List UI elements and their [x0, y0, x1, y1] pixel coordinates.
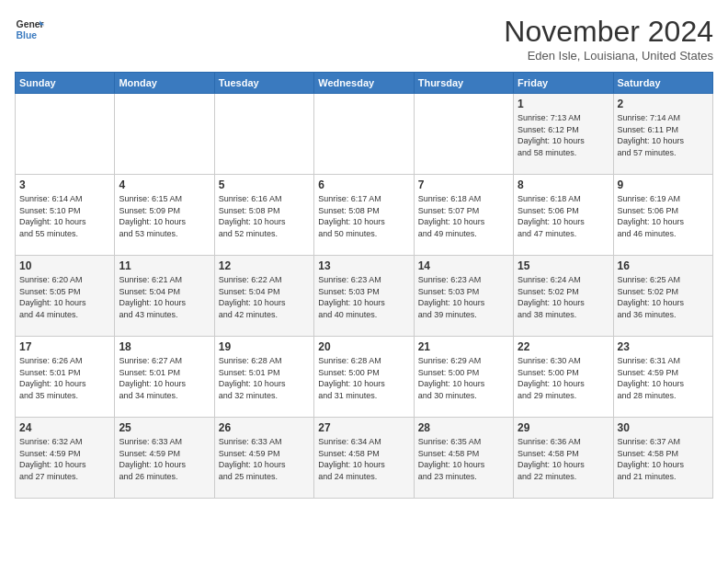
calendar-week-row: 17Sunrise: 6:26 AM Sunset: 5:01 PM Dayli… — [16, 337, 713, 418]
day-info: Sunrise: 6:23 AM Sunset: 5:03 PM Dayligh… — [318, 274, 409, 320]
logo-icon: General Blue — [15, 15, 44, 44]
day-info: Sunrise: 6:36 AM Sunset: 4:58 PM Dayligh… — [518, 436, 609, 482]
day-number: 29 — [518, 421, 609, 434]
day-info: Sunrise: 6:18 AM Sunset: 5:07 PM Dayligh… — [418, 193, 509, 239]
day-info: Sunrise: 6:15 AM Sunset: 5:09 PM Dayligh… — [119, 193, 210, 239]
calendar-cell: 13Sunrise: 6:23 AM Sunset: 5:03 PM Dayli… — [314, 256, 414, 337]
month-title: November 2024 — [504, 15, 713, 49]
calendar-cell: 30Sunrise: 6:37 AM Sunset: 4:58 PM Dayli… — [613, 418, 712, 499]
day-number: 23 — [618, 340, 709, 353]
day-info: Sunrise: 6:14 AM Sunset: 5:10 PM Dayligh… — [19, 193, 110, 239]
weekday-header: Friday — [514, 73, 613, 94]
calendar-week-row: 10Sunrise: 6:20 AM Sunset: 5:05 PM Dayli… — [16, 256, 713, 337]
day-info: Sunrise: 6:26 AM Sunset: 5:01 PM Dayligh… — [19, 355, 110, 401]
weekday-header: Thursday — [414, 73, 513, 94]
weekday-header: Tuesday — [214, 73, 313, 94]
calendar-cell: 17Sunrise: 6:26 AM Sunset: 5:01 PM Dayli… — [16, 337, 115, 418]
day-info: Sunrise: 6:23 AM Sunset: 5:03 PM Dayligh… — [418, 274, 509, 320]
title-area: November 2024 Eden Isle, Louisiana, Unit… — [504, 15, 713, 63]
day-number: 25 — [119, 421, 210, 434]
calendar-cell: 14Sunrise: 6:23 AM Sunset: 5:03 PM Dayli… — [414, 256, 513, 337]
day-number: 14 — [418, 259, 509, 272]
day-number: 13 — [318, 259, 409, 272]
day-number: 30 — [618, 421, 709, 434]
calendar-cell: 19Sunrise: 6:28 AM Sunset: 5:01 PM Dayli… — [214, 337, 313, 418]
day-info: Sunrise: 6:28 AM Sunset: 5:01 PM Dayligh… — [219, 355, 310, 401]
day-info: Sunrise: 6:33 AM Sunset: 4:59 PM Dayligh… — [119, 436, 210, 482]
day-info: Sunrise: 6:19 AM Sunset: 5:06 PM Dayligh… — [618, 193, 709, 239]
weekday-header: Monday — [115, 73, 214, 94]
calendar-cell: 21Sunrise: 6:29 AM Sunset: 5:00 PM Dayli… — [414, 337, 513, 418]
day-number: 10 — [19, 259, 110, 272]
day-number: 20 — [318, 340, 409, 353]
day-info: Sunrise: 7:13 AM Sunset: 6:12 PM Dayligh… — [518, 112, 609, 158]
day-number: 18 — [119, 340, 210, 353]
logo: General Blue — [15, 15, 44, 44]
day-number: 12 — [219, 259, 310, 272]
calendar-cell: 7Sunrise: 6:18 AM Sunset: 5:07 PM Daylig… — [414, 175, 513, 256]
calendar-cell: 6Sunrise: 6:17 AM Sunset: 5:08 PM Daylig… — [314, 175, 414, 256]
weekday-header: Saturday — [613, 73, 712, 94]
svg-text:Blue: Blue — [17, 30, 38, 40]
day-info: Sunrise: 6:33 AM Sunset: 4:59 PM Dayligh… — [219, 436, 310, 482]
day-info: Sunrise: 6:24 AM Sunset: 5:02 PM Dayligh… — [518, 274, 609, 320]
calendar-cell: 10Sunrise: 6:20 AM Sunset: 5:05 PM Dayli… — [16, 256, 115, 337]
calendar-body: 1Sunrise: 7:13 AM Sunset: 6:12 PM Daylig… — [16, 94, 713, 499]
day-info: Sunrise: 6:27 AM Sunset: 5:01 PM Dayligh… — [119, 355, 210, 401]
day-info: Sunrise: 6:34 AM Sunset: 4:58 PM Dayligh… — [318, 436, 409, 482]
day-number: 22 — [518, 340, 609, 353]
day-number: 6 — [318, 178, 409, 191]
calendar-cell: 29Sunrise: 6:36 AM Sunset: 4:58 PM Dayli… — [514, 418, 613, 499]
day-info: Sunrise: 6:21 AM Sunset: 5:04 PM Dayligh… — [119, 274, 210, 320]
header: General Blue November 2024 Eden Isle, Lo… — [15, 15, 713, 63]
day-info: Sunrise: 6:31 AM Sunset: 4:59 PM Dayligh… — [618, 355, 709, 401]
location-subtitle: Eden Isle, Louisiana, United States — [504, 49, 713, 63]
calendar-week-row: 1Sunrise: 7:13 AM Sunset: 6:12 PM Daylig… — [16, 94, 713, 175]
day-number: 11 — [119, 259, 210, 272]
day-number: 2 — [618, 98, 709, 110]
day-number: 15 — [518, 259, 609, 272]
calendar-cell: 3Sunrise: 6:14 AM Sunset: 5:10 PM Daylig… — [16, 175, 115, 256]
day-info: Sunrise: 6:18 AM Sunset: 5:06 PM Dayligh… — [518, 193, 609, 239]
day-info: Sunrise: 7:14 AM Sunset: 6:11 PM Dayligh… — [618, 112, 709, 158]
calendar-table: SundayMondayTuesdayWednesdayThursdayFrid… — [15, 72, 713, 499]
calendar-header-row: SundayMondayTuesdayWednesdayThursdayFrid… — [16, 73, 713, 94]
day-info: Sunrise: 6:16 AM Sunset: 5:08 PM Dayligh… — [219, 193, 310, 239]
calendar-cell: 26Sunrise: 6:33 AM Sunset: 4:59 PM Dayli… — [214, 418, 313, 499]
calendar-cell: 1Sunrise: 7:13 AM Sunset: 6:12 PM Daylig… — [514, 94, 613, 175]
calendar-cell: 27Sunrise: 6:34 AM Sunset: 4:58 PM Dayli… — [314, 418, 414, 499]
calendar-cell — [314, 94, 414, 175]
day-info: Sunrise: 6:32 AM Sunset: 4:59 PM Dayligh… — [19, 436, 110, 482]
calendar-cell — [214, 94, 313, 175]
day-info: Sunrise: 6:30 AM Sunset: 5:00 PM Dayligh… — [518, 355, 609, 401]
calendar-cell — [16, 94, 115, 175]
day-number: 4 — [119, 178, 210, 191]
calendar-cell: 5Sunrise: 6:16 AM Sunset: 5:08 PM Daylig… — [214, 175, 313, 256]
calendar-cell: 23Sunrise: 6:31 AM Sunset: 4:59 PM Dayli… — [613, 337, 712, 418]
calendar-cell: 25Sunrise: 6:33 AM Sunset: 4:59 PM Dayli… — [115, 418, 214, 499]
calendar-cell — [115, 94, 214, 175]
calendar-cell — [414, 94, 513, 175]
day-info: Sunrise: 6:22 AM Sunset: 5:04 PM Dayligh… — [219, 274, 310, 320]
calendar-cell: 20Sunrise: 6:28 AM Sunset: 5:00 PM Dayli… — [314, 337, 414, 418]
day-number: 16 — [618, 259, 709, 272]
day-number: 3 — [19, 178, 110, 191]
day-number: 17 — [19, 340, 110, 353]
calendar-cell: 4Sunrise: 6:15 AM Sunset: 5:09 PM Daylig… — [115, 175, 214, 256]
calendar-week-row: 24Sunrise: 6:32 AM Sunset: 4:59 PM Dayli… — [16, 418, 713, 499]
day-number: 8 — [518, 178, 609, 191]
day-number: 21 — [418, 340, 509, 353]
day-number: 28 — [418, 421, 509, 434]
weekday-header: Wednesday — [314, 73, 414, 94]
day-number: 27 — [318, 421, 409, 434]
day-number: 7 — [418, 178, 509, 191]
calendar-cell: 24Sunrise: 6:32 AM Sunset: 4:59 PM Dayli… — [16, 418, 115, 499]
calendar-cell: 11Sunrise: 6:21 AM Sunset: 5:04 PM Dayli… — [115, 256, 214, 337]
day-info: Sunrise: 6:37 AM Sunset: 4:58 PM Dayligh… — [618, 436, 709, 482]
day-info: Sunrise: 6:20 AM Sunset: 5:05 PM Dayligh… — [19, 274, 110, 320]
calendar-cell: 18Sunrise: 6:27 AM Sunset: 5:01 PM Dayli… — [115, 337, 214, 418]
calendar-cell: 9Sunrise: 6:19 AM Sunset: 5:06 PM Daylig… — [613, 175, 712, 256]
day-info: Sunrise: 6:29 AM Sunset: 5:00 PM Dayligh… — [418, 355, 509, 401]
calendar-cell: 2Sunrise: 7:14 AM Sunset: 6:11 PM Daylig… — [613, 94, 712, 175]
calendar-cell: 16Sunrise: 6:25 AM Sunset: 5:02 PM Dayli… — [613, 256, 712, 337]
